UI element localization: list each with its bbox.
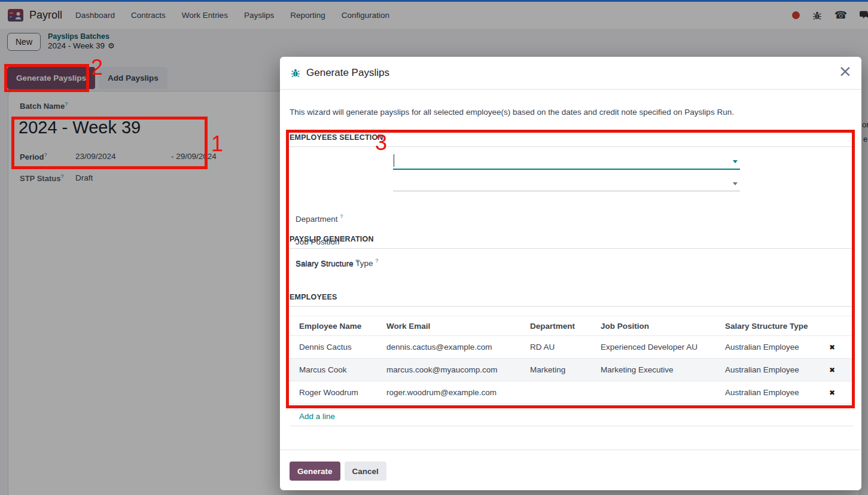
table-row[interactable]: Dennis Cactus dennis.cactus@example.com … [290,336,853,359]
cell-structure-type[interactable]: Australian Employee [725,365,821,374]
dialog-title: Generate Payslips [306,67,389,79]
cell-work-email[interactable]: dennis.cactus@example.com [386,343,530,352]
help-marker: ? [356,258,359,264]
column-header-employee-name[interactable]: Employee Name [290,322,386,331]
cell-work-email[interactable]: marcus.cook@myaucomp.com [386,365,530,374]
section-employees: EMPLOYEES [290,293,853,307]
bug-icon [291,68,300,78]
cell-department[interactable]: RD AU [530,343,601,352]
cell-structure-type[interactable]: Australian Employee [725,343,821,352]
cell-employee-name[interactable]: Marcus Cook [290,365,386,374]
delete-row-icon[interactable]: ✖ [821,366,843,374]
dialog-header: Generate Payslips × [280,57,861,90]
section-employees-selection: EMPLOYEES SELECTION [290,133,853,147]
help-marker: ? [375,258,378,264]
cell-work-email[interactable]: roger.woodrum@example.com [386,388,530,397]
chevron-down-icon[interactable] [733,182,738,185]
cell-employee-name[interactable]: Dennis Cactus [290,343,386,352]
table-row[interactable]: Roger Woodrum roger.woodrum@example.com … [290,381,853,404]
column-header-structure-type[interactable]: Salary Structure Type [725,322,821,331]
cell-department[interactable]: Marketing [530,365,601,374]
cell-job-position[interactable]: Experienced Developer AU [601,343,725,352]
employees-table: Employee Name Work Email Department Job … [290,316,853,404]
column-header-department[interactable]: Department [530,322,601,331]
table-header-row: Employee Name Work Email Department Job … [290,316,853,336]
text-cursor [394,154,394,167]
cancel-button[interactable]: Cancel [345,462,386,481]
generate-button[interactable]: Generate [290,462,340,481]
section-payslip-generation: PAYSLIP GENERATION [290,235,853,249]
annotation-number-1: 1 [211,133,223,155]
delete-row-icon[interactable]: ✖ [821,389,843,397]
column-header-job-position[interactable]: Job Position [601,322,725,331]
column-header-work-email[interactable]: Work Email [386,322,530,331]
department-label: Department ? [296,213,343,224]
job-position-input[interactable] [393,191,740,191]
wizard-description: This wizard will generate payslips for a… [290,108,849,117]
generate-payslips-dialog: Generate Payslips × This wizard will gen… [280,57,861,490]
salary-structure-label: Salary Structure ? [296,258,359,268]
delete-row-icon[interactable]: ✖ [821,343,843,352]
chevron-down-icon[interactable] [733,160,738,163]
cell-employee-name[interactable]: Roger Woodrum [290,388,386,397]
dialog-footer: Generate Cancel [290,462,386,481]
table-row[interactable]: Marcus Cook marcus.cook@myaucomp.com Mar… [290,359,853,381]
cell-job-position[interactable]: Marketing Executive [601,365,725,374]
annotation-number-2: 2 [91,57,103,78]
divider [280,450,861,450]
annotation-number-3: 3 [375,132,387,154]
cell-structure-type[interactable]: Australian Employee [725,388,821,397]
close-icon[interactable]: × [838,62,852,81]
divider [290,426,853,426]
help-marker: ? [340,213,343,219]
department-input[interactable] [393,169,740,170]
add-a-line-link[interactable]: Add a line [299,412,335,421]
